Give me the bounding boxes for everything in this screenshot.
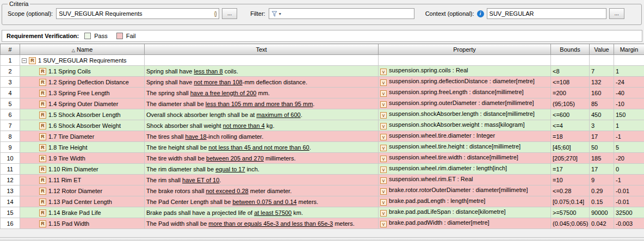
row-number-cell[interactable]: 15 <box>1 207 20 218</box>
requirement-name-cell[interactable]: R1.2 Spring Deflection Distance <box>20 77 145 88</box>
value-cell[interactable]: 0.29 <box>590 186 614 196</box>
bounds-cell[interactable]: (95;105) <box>551 98 590 109</box>
margin-cell[interactable]: -40 <box>614 88 644 98</box>
row-number-cell[interactable]: 10 <box>1 153 20 164</box>
row-number-cell[interactable]: 16 <box>1 218 20 229</box>
margin-cell[interactable]: 32500 <box>614 207 644 218</box>
scope-input[interactable]: SUV_REGULAR Requirements {} <box>56 8 219 19</box>
requirement-name-cell[interactable]: R1.4 Spring Outer Diameter <box>20 98 145 109</box>
margin-cell[interactable]: -10 <box>614 98 644 109</box>
bounds-cell[interactable]: <=4 <box>551 120 590 131</box>
property-cell[interactable]: vsuspension.spring.freeLength : distance… <box>379 88 551 98</box>
margin-cell[interactable]: 150 <box>614 109 644 120</box>
row-number-cell[interactable]: 7 <box>1 120 20 131</box>
row-number-cell[interactable]: 13 <box>1 186 20 196</box>
property-cell[interactable] <box>379 55 551 66</box>
property-cell[interactable]: vbrake.pad.padLifeSpan : distance[kilome… <box>379 207 551 218</box>
bounds-cell[interactable]: =18 <box>551 131 590 142</box>
property-cell[interactable]: vbrake.rotor.rotorOuterDiameter : diamet… <box>379 186 551 196</box>
bounds-cell[interactable]: <8 <box>551 66 590 77</box>
requirement-text-cell[interactable]: The Pad Center Length shall be between 0… <box>145 196 379 207</box>
requirement-name-cell[interactable]: R1.3 Spring Free Length <box>20 88 145 98</box>
row-number-cell[interactable]: 4 <box>1 88 20 98</box>
context-input[interactable]: SUV_REGULAR <box>487 8 606 19</box>
value-cell[interactable]: 85 <box>590 98 614 109</box>
property-cell[interactable]: vsuspension.spring.coils : Real <box>379 66 551 77</box>
requirement-text-cell[interactable]: Overall shock absorber length shall be a… <box>145 109 379 120</box>
margin-cell[interactable]: -1 <box>614 175 644 186</box>
margin-cell[interactable]: 1 <box>614 120 644 131</box>
requirement-name-cell[interactable]: R1.13 Pad Center Length <box>20 196 145 207</box>
filter-input[interactable]: ▾ <box>269 8 414 19</box>
row-number-cell[interactable]: 1 <box>1 55 20 66</box>
requirement-text-cell[interactable]: The tire width shall be between 205 and … <box>145 153 379 164</box>
requirement-text-cell[interactable]: Spring shall have less than 8 coils. <box>145 66 379 77</box>
col-header-value[interactable]: Value <box>590 44 614 55</box>
requirement-name-cell[interactable]: R1.10 Rim Diameter <box>20 164 145 175</box>
bounds-cell[interactable]: =200 <box>551 88 590 98</box>
margin-cell[interactable]: 0 <box>614 164 644 175</box>
bounds-cell[interactable]: >=57500 <box>551 207 590 218</box>
col-header-bounds[interactable]: Bounds <box>551 44 590 55</box>
row-number-cell[interactable]: 8 <box>1 131 20 142</box>
row-number-cell[interactable]: 11 <box>1 164 20 175</box>
property-cell[interactable]: vbrake.pad.padLength : length[metre] <box>379 196 551 207</box>
requirement-text-cell[interactable]: Shock absorber shall weight not more tha… <box>145 120 379 131</box>
margin-cell[interactable]: -0.01 <box>614 196 644 207</box>
value-cell[interactable]: 0.15 <box>590 196 614 207</box>
requirement-text-cell[interactable]: The diameter shall be less than 105 mm a… <box>145 98 379 109</box>
property-cell[interactable]: vsuspension.spring.outerDiameter : diame… <box>379 98 551 109</box>
row-number-cell[interactable]: 2 <box>1 66 20 77</box>
col-header-text[interactable]: Text <box>145 44 379 55</box>
requirement-text-cell[interactable]: The rim diameter shall be equal to 17 in… <box>145 164 379 175</box>
bounds-cell[interactable]: <=600 <box>551 109 590 120</box>
row-number-cell[interactable]: 12 <box>1 175 20 186</box>
requirement-name-cell[interactable]: R1.8 Tire Height <box>20 142 145 153</box>
bounds-cell[interactable]: [45;60] <box>551 142 590 153</box>
horizontal-scrollbar[interactable] <box>0 237 644 241</box>
margin-cell[interactable]: -0.01 <box>614 186 644 196</box>
margin-cell[interactable]: -20 <box>614 153 644 164</box>
row-number-cell[interactable]: 6 <box>1 109 20 120</box>
bounds-cell[interactable] <box>551 55 590 66</box>
col-header-num[interactable]: # <box>1 44 20 55</box>
context-browse-button[interactable]: ... <box>609 8 624 19</box>
value-cell[interactable]: 17 <box>590 164 614 175</box>
property-cell[interactable]: vsuspension.shockAbsorber.weight : mass[… <box>379 120 551 131</box>
fail-checkbox[interactable] <box>116 33 123 39</box>
scope-browse-button[interactable]: ... <box>222 8 237 19</box>
margin-cell[interactable]: 5 <box>614 142 644 153</box>
margin-cell[interactable]: -0.003 <box>614 218 644 229</box>
pass-checkbox[interactable] <box>84 33 91 39</box>
requirement-name-cell[interactable]: R1.14 Brake Pad Life <box>20 207 145 218</box>
margin-cell[interactable]: -1 <box>614 131 644 142</box>
row-number-cell[interactable]: 9 <box>1 142 20 153</box>
value-cell[interactable]: 90000 <box>590 207 614 218</box>
value-cell[interactable]: 160 <box>590 88 614 98</box>
bounds-cell[interactable]: <=108 <box>551 77 590 88</box>
value-cell[interactable]: 132 <box>590 77 614 88</box>
value-cell[interactable]: 0.042 <box>590 218 614 229</box>
bounds-cell[interactable]: [0.075;0.14] <box>551 196 590 207</box>
requirement-name-cell[interactable]: R1.11 Rim ET <box>20 175 145 186</box>
bounds-cell[interactable]: =17 <box>551 164 590 175</box>
requirement-text-cell[interactable]: The tires shall have 18-inch rolling dia… <box>145 131 379 142</box>
property-cell[interactable]: vsuspension.wheel.tire.diameter : Intege… <box>379 131 551 142</box>
requirement-name-cell[interactable]: R1.9 Tire Width <box>20 153 145 164</box>
tree-collapse-icon[interactable]: − <box>22 58 27 63</box>
property-cell[interactable]: vsuspension.wheel.rim.ET : Real <box>379 175 551 186</box>
filter-dropdown-caret-icon[interactable]: ▾ <box>279 11 281 16</box>
requirement-name-cell[interactable]: R1.12 Rotor Diameter <box>20 186 145 196</box>
filter-icon[interactable] <box>271 11 278 17</box>
requirement-name-cell[interactable]: R1.6 Shock Absorber Weight <box>20 120 145 131</box>
requirement-text-cell[interactable]: The brake rotors shall not exceed 0.28 m… <box>145 186 379 196</box>
margin-cell[interactable] <box>614 55 644 66</box>
property-cell[interactable]: vsuspension.wheel.tire.height : distance… <box>379 142 551 153</box>
requirement-text-cell[interactable]: The tire height shall be not less than 4… <box>145 142 379 153</box>
value-cell[interactable]: 185 <box>590 153 614 164</box>
value-cell[interactable] <box>590 55 614 66</box>
row-number-cell[interactable]: 5 <box>1 98 20 109</box>
property-cell[interactable]: vbrake.pad.padWidth : diameter[metre] <box>379 218 551 229</box>
value-cell[interactable]: 450 <box>590 109 614 120</box>
bounds-cell[interactable]: <=0.28 <box>551 186 590 196</box>
